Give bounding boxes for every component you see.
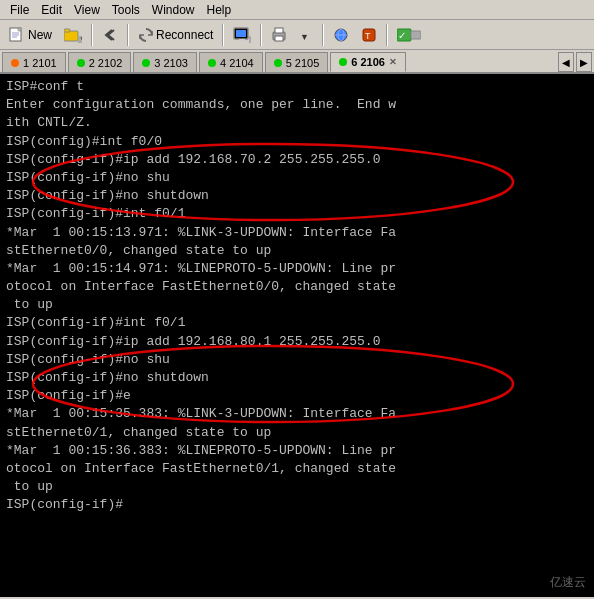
print-dropdown[interactable]: ▼	[294, 23, 318, 47]
sep5	[322, 24, 324, 46]
tab-2103[interactable]: 3 2103	[133, 52, 197, 72]
tab-label-4: 4 2104	[220, 57, 254, 69]
menu-help[interactable]: Help	[201, 3, 238, 17]
tab-label-6: 6 2106	[351, 56, 385, 68]
new-document-icon	[9, 27, 25, 43]
check-button[interactable]: ✓	[392, 23, 426, 47]
tab-2106[interactable]: 6 2106 ✕	[330, 52, 406, 72]
tools-icon: T	[361, 27, 377, 43]
svg-text:✓: ✓	[398, 30, 406, 41]
print-icon	[271, 27, 287, 43]
svg-rect-16	[275, 36, 283, 41]
svg-rect-15	[275, 28, 283, 33]
reconnect-label: Reconnect	[156, 28, 213, 42]
connect-button[interactable]	[328, 23, 354, 47]
tabbar: 1 2101 2 2102 3 2103 4 2104 5 2105 6 210…	[0, 50, 594, 74]
tab-2102[interactable]: 2 2102	[68, 52, 132, 72]
reconnect-button[interactable]: Reconnect	[133, 23, 218, 47]
menu-edit[interactable]: Edit	[35, 3, 68, 17]
tab-2105[interactable]: 5 2105	[265, 52, 329, 72]
tab-2104[interactable]: 4 2104	[199, 52, 263, 72]
svg-rect-26	[411, 31, 421, 39]
toolbar: New ▼ Reconnect	[0, 20, 594, 50]
sep3	[222, 24, 224, 46]
svg-text:▼: ▼	[79, 35, 82, 43]
sep1	[91, 24, 93, 46]
tab-dot-6	[339, 58, 347, 66]
new-button[interactable]: New	[4, 23, 57, 47]
svg-text:▼: ▼	[300, 32, 309, 42]
menu-file[interactable]: File	[4, 3, 35, 17]
open-button[interactable]: ▼	[59, 23, 87, 47]
menu-view[interactable]: View	[68, 3, 106, 17]
tab-dot-2	[77, 59, 85, 67]
tools-button[interactable]: T	[356, 23, 382, 47]
tab-2101[interactable]: 1 2101	[2, 52, 66, 72]
svg-rect-6	[64, 29, 70, 32]
svg-rect-10	[236, 30, 246, 37]
menu-window[interactable]: Window	[146, 3, 201, 17]
tab-close-6[interactable]: ✕	[389, 57, 397, 67]
svg-text:▼: ▼	[250, 36, 251, 43]
menu-tools[interactable]: Tools	[106, 3, 146, 17]
globe-icon	[333, 27, 349, 43]
svg-rect-11	[239, 39, 245, 41]
menubar: File Edit View Tools Window Help	[0, 0, 594, 20]
tab-dot-3	[142, 59, 150, 67]
sep6	[386, 24, 388, 46]
sep4	[260, 24, 262, 46]
tab-label-3: 3 2103	[154, 57, 188, 69]
tab-label-2: 2 2102	[89, 57, 123, 69]
check-icon: ✓	[397, 27, 421, 43]
monitor-button[interactable]: ▼	[228, 23, 256, 47]
tab-label-1: 1 2101	[23, 57, 57, 69]
back-arrow-icon	[102, 27, 118, 43]
terminal-wrapper: ISP#conf tEnter configuration commands, …	[0, 74, 594, 597]
new-label: New	[28, 28, 52, 42]
watermark: 亿速云	[550, 574, 586, 591]
print-dropdown-icon: ▼	[299, 28, 313, 42]
monitor-icon: ▼	[233, 27, 251, 43]
sep2	[127, 24, 129, 46]
back-button[interactable]	[97, 23, 123, 47]
reconnect-icon	[138, 27, 154, 43]
tab-dot-1	[11, 59, 19, 67]
tab-dot-4	[208, 59, 216, 67]
tab-scroll-left[interactable]: ◀	[558, 52, 574, 72]
print-button[interactable]	[266, 23, 292, 47]
open-folder-icon: ▼	[64, 27, 82, 43]
tab-scroll-right[interactable]: ▶	[576, 52, 592, 72]
svg-text:T: T	[365, 31, 371, 41]
terminal[interactable]: ISP#conf tEnter configuration commands, …	[0, 74, 594, 597]
tab-dot-5	[274, 59, 282, 67]
tab-label-5: 5 2105	[286, 57, 320, 69]
